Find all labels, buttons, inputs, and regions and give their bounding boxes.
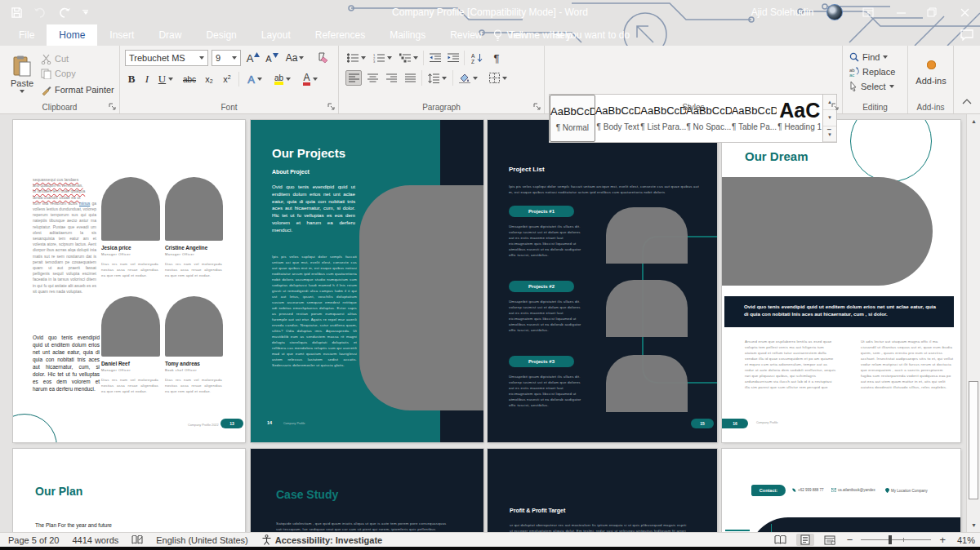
page-our-dream[interactable]: Our Dream Ovid quo tenis evendipid quid … [722, 120, 960, 442]
zoom-out-button[interactable]: − [845, 534, 855, 546]
copy-button[interactable]: Copy [41, 67, 76, 80]
cut-button[interactable]: Cut [41, 52, 69, 65]
tab-design[interactable]: Design [194, 24, 248, 46]
italic-button[interactable]: I [141, 72, 153, 86]
qat-customize-icon[interactable] [82, 10, 88, 15]
zoom-slider-thumb[interactable] [889, 535, 892, 544]
redo-icon[interactable] [58, 7, 71, 18]
align-left-button[interactable] [345, 70, 362, 86]
comments-icon[interactable] [960, 29, 973, 41]
bold-button[interactable]: B [125, 72, 138, 86]
page-team[interactable]: sequassequi cus landaes anti quiaqum et … [13, 120, 245, 442]
format-painter-button[interactable]: Format Painter [41, 83, 114, 96]
undo-icon[interactable] [33, 7, 47, 18]
tab-insert[interactable]: Insert [97, 24, 146, 46]
page-case-study[interactable]: Case Study Satquide udolestiam , que qui… [251, 449, 483, 532]
tab-home[interactable]: Home [47, 24, 97, 46]
bullets-button[interactable] [345, 51, 367, 65]
style-heading1[interactable]: AaC¶ Heading 1 [777, 95, 822, 142]
subscript-button[interactable]: x2 [202, 72, 216, 86]
language-indicator[interactable]: English (United States) [156, 535, 248, 545]
shrink-font-button[interactable]: A [264, 51, 280, 66]
font-family-combobox[interactable]: Trebuchet MS [125, 50, 208, 66]
font-color-button[interactable]: A [300, 72, 321, 86]
zoom-level[interactable]: 41% [954, 535, 975, 545]
save-icon[interactable] [11, 7, 22, 18]
shading-button[interactable] [457, 70, 479, 86]
line-spacing-button[interactable] [425, 70, 448, 86]
style-body-text[interactable]: AaBbCcDd¶ Body Text [595, 95, 641, 142]
restore-button[interactable] [918, 0, 946, 24]
font-dialog-launcher[interactable] [327, 103, 336, 111]
find-button[interactable]: Find [849, 51, 888, 64]
scrollbar-thumb[interactable] [969, 381, 978, 499]
style-list-paragraph[interactable]: AaBbCcD¶ List Para... [640, 95, 686, 142]
page-our-projects[interactable]: Our Projects About Project Ovid quo teni… [251, 120, 483, 442]
highlight-button[interactable]: ab [270, 72, 295, 86]
change-case-button[interactable]: Aa [283, 50, 306, 66]
tab-review[interactable]: Review [438, 24, 494, 46]
tab-draw[interactable]: Draw [146, 24, 194, 46]
paragraph-dialog-launcher[interactable] [533, 103, 541, 111]
align-right-button[interactable] [383, 70, 399, 86]
close-button[interactable] [951, 0, 978, 24]
paste-button[interactable]: Paste [7, 49, 38, 100]
clipboard-dialog-launcher[interactable] [109, 103, 117, 111]
hyperlink-word[interactable]: minus [79, 201, 90, 206]
minimize-button[interactable] [887, 0, 915, 24]
tab-file[interactable]: File [7, 24, 47, 46]
user-name[interactable]: Ajid Solehudin [742, 0, 823, 24]
user-avatar[interactable] [823, 0, 846, 24]
style-normal[interactable]: AaBbCcD¶ Normal [550, 95, 595, 142]
show-marks-button[interactable]: ¶ [489, 51, 504, 65]
font-size-combobox[interactable]: 9 [212, 50, 241, 66]
page-contact[interactable]: Contact: +62 999 888 77 us.atlantbook@ya… [722, 449, 960, 532]
member-name: Jesica price [101, 245, 158, 251]
borders-button[interactable] [486, 70, 510, 86]
zoom-slider[interactable] [861, 539, 931, 540]
decrease-indent-button[interactable] [427, 51, 443, 65]
addins-button[interactable]: Add-ins [908, 49, 954, 96]
replace-button[interactable]: abac Replace [849, 65, 895, 78]
tell-me-box[interactable]: Tell me what you want to do [493, 24, 630, 46]
numbering-button[interactable]: 123 [372, 51, 393, 65]
styles-more-button[interactable]: ▔▼ [823, 126, 836, 142]
accessibility-status[interactable]: Accessibility: Investigate [261, 534, 382, 545]
sort-button[interactable]: AZ [468, 51, 486, 65]
underline-button[interactable]: U [156, 72, 176, 86]
text-effects-button[interactable]: A [244, 72, 265, 86]
tab-layout[interactable]: Layout [249, 24, 303, 46]
page-indicator[interactable]: Page 5 of 20 [8, 535, 59, 545]
scroll-down-button[interactable]: ▼ [967, 518, 980, 532]
tab-references[interactable]: References [303, 24, 377, 46]
zoom-in-button[interactable]: + [938, 534, 947, 546]
styles-dialog-launcher[interactable] [831, 103, 840, 111]
grow-font-button[interactable]: A [244, 50, 262, 66]
page-project-list[interactable]: Project List Ipis pis velos supliqui dol… [488, 120, 717, 442]
scroll-up-button[interactable]: ▲ [967, 114, 980, 128]
justify-button[interactable] [402, 70, 418, 86]
superscript-button[interactable]: x2 [220, 72, 234, 86]
style-no-spacing[interactable]: AaBbCcD¶ No Spac... [686, 95, 732, 142]
align-center-icon [368, 73, 378, 82]
vertical-scrollbar[interactable]: ▲ ▼ [966, 114, 980, 532]
ribbon-display-options-button[interactable] [854, 0, 882, 24]
member-card: Jesica price Manager Officer Dias res na… [101, 245, 158, 278]
print-layout-button[interactable] [796, 534, 814, 546]
word-count[interactable]: 4414 words [72, 535, 118, 545]
proofing-icon[interactable] [131, 535, 143, 545]
increase-indent-button[interactable] [445, 51, 461, 65]
page-profit[interactable]: Profit & Profit Target ur qui doluptat a… [488, 449, 717, 532]
multilevel-list-button[interactable] [398, 51, 419, 65]
align-center-button[interactable] [364, 70, 381, 86]
collapse-ribbon-button[interactable] [962, 98, 972, 104]
read-mode-button[interactable] [772, 534, 790, 546]
strikethrough-button[interactable]: abc [180, 72, 198, 86]
clear-formatting-button[interactable] [313, 50, 329, 66]
page-our-plan[interactable]: Our Plan The Plan For the year and futur… [13, 449, 245, 532]
tab-mailings[interactable]: Mailings [377, 24, 438, 46]
styles-scroll-down[interactable]: ▼ [823, 110, 836, 126]
style-table-paragraph[interactable]: AaBbCcD¶ Table Pa... [732, 95, 777, 142]
select-button[interactable]: Select [849, 80, 894, 93]
web-layout-button[interactable] [821, 534, 839, 546]
